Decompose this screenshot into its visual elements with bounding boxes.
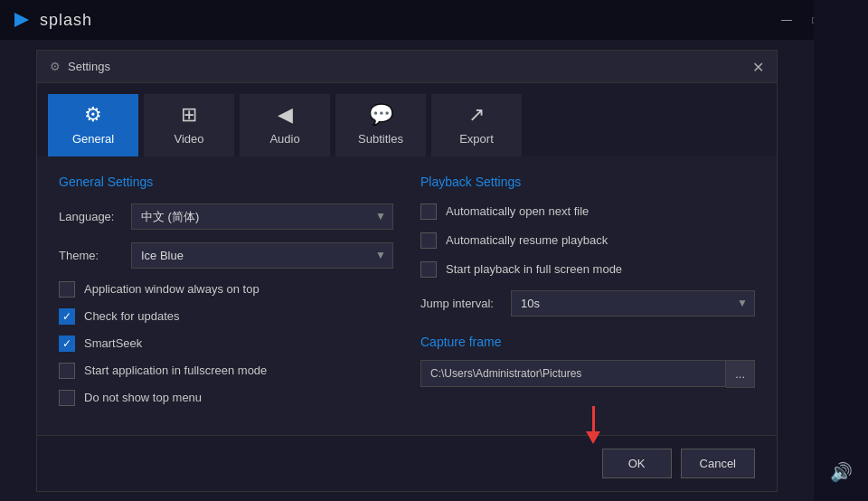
export-tab-label: Export bbox=[459, 132, 494, 146]
auto-resume-checkbox[interactable] bbox=[420, 232, 437, 249]
tab-export[interactable]: ↗ Export bbox=[431, 94, 522, 156]
jump-interval-select-wrapper: 10s 5s 15s 30s ▼ bbox=[511, 290, 755, 317]
fullscreen-playback-row: Start playback in full screen mode bbox=[420, 261, 755, 278]
dialog-header: ⚙ Settings ✕ bbox=[37, 51, 777, 83]
playback-settings-col: Playback Settings Automatically open nex… bbox=[420, 175, 755, 417]
playback-settings-title: Playback Settings bbox=[420, 175, 755, 189]
title-bar: splash — □ ✕ bbox=[0, 0, 868, 40]
right-panel: 🔊 bbox=[814, 0, 868, 501]
general-settings-col: General Settings Language: 中文 (简体) Engli… bbox=[59, 175, 393, 417]
svg-marker-0 bbox=[14, 13, 29, 27]
tab-bar: ⚙ General ⊞ Video ◀ Audio 💬 Subtitles ↗ … bbox=[37, 83, 777, 156]
language-select[interactable]: 中文 (简体) English bbox=[131, 203, 393, 230]
video-tab-label: Video bbox=[174, 132, 203, 146]
auto-next-label: Automatically open next file bbox=[446, 204, 589, 218]
smart-seek-checkbox[interactable] bbox=[59, 336, 75, 352]
ok-button[interactable]: OK bbox=[602, 449, 672, 478]
audio-tab-label: Audio bbox=[269, 132, 299, 146]
checkbox-smart-seek[interactable]: SmartSeek bbox=[59, 336, 393, 352]
settings-dialog: ⚙ Settings ✕ ⚙ General ⊞ Video ◀ Audio 💬… bbox=[36, 50, 778, 492]
jump-interval-select[interactable]: 10s 5s 15s 30s bbox=[511, 290, 755, 317]
language-select-wrapper: 中文 (简体) English ▼ bbox=[131, 203, 393, 230]
arrow-head-icon bbox=[586, 431, 600, 444]
always-on-top-checkbox[interactable] bbox=[59, 281, 75, 298]
theme-select[interactable]: Ice Blue Dark bbox=[131, 242, 393, 269]
auto-next-checkbox[interactable] bbox=[420, 203, 437, 220]
no-top-menu-checkbox[interactable] bbox=[59, 390, 75, 406]
smart-seek-label: SmartSeek bbox=[84, 336, 142, 350]
dialog-body: General Settings Language: 中文 (简体) Engli… bbox=[37, 156, 777, 435]
jump-interval-row: Jump interval: 10s 5s 15s 30s ▼ bbox=[420, 290, 755, 317]
fullscreen-playback-label: Start playback in full screen mode bbox=[446, 262, 622, 276]
capture-path-row: ... bbox=[420, 360, 755, 388]
language-label: Language: bbox=[59, 210, 122, 223]
auto-next-row: Automatically open next file bbox=[420, 203, 755, 220]
dialog-footer: OK Cancel bbox=[37, 435, 777, 491]
theme-row: Theme: Ice Blue Dark ▼ bbox=[59, 242, 393, 269]
minimize-button[interactable]: — bbox=[774, 11, 799, 29]
app-logo-icon bbox=[11, 9, 33, 31]
tab-video[interactable]: ⊞ Video bbox=[144, 94, 234, 156]
ok-arrow-indicator bbox=[586, 406, 600, 444]
general-settings-title: General Settings bbox=[59, 175, 393, 189]
subtitles-tab-label: Subtitles bbox=[358, 132, 403, 146]
check-updates-checkbox[interactable] bbox=[59, 308, 75, 325]
tab-audio[interactable]: ◀ Audio bbox=[240, 94, 330, 156]
checkbox-fullscreen-start[interactable]: Start application in fullscreen mode bbox=[59, 363, 393, 379]
dialog-close-button[interactable]: ✕ bbox=[748, 58, 768, 78]
fullscreen-start-label: Start application in fullscreen mode bbox=[84, 364, 267, 377]
fullscreen-playback-checkbox[interactable] bbox=[420, 261, 437, 278]
video-tab-icon: ⊞ bbox=[181, 103, 197, 127]
main-area: ⚙ Settings ✕ ⚙ General ⊞ Video ◀ Audio 💬… bbox=[0, 40, 814, 501]
capture-frame-title: Capture frame bbox=[420, 335, 755, 349]
language-row: Language: 中文 (简体) English ▼ bbox=[59, 203, 393, 230]
arrow-shaft bbox=[592, 406, 595, 431]
auto-resume-row: Automatically resume playback bbox=[420, 232, 755, 249]
fullscreen-start-checkbox[interactable] bbox=[59, 363, 75, 379]
jump-interval-label: Jump interval: bbox=[420, 297, 502, 310]
settings-gear-icon: ⚙ bbox=[50, 60, 61, 73]
title-bar-left: splash bbox=[11, 9, 92, 31]
subtitles-tab-icon: 💬 bbox=[369, 103, 393, 127]
theme-label: Theme: bbox=[59, 249, 122, 262]
audio-tab-icon: ◀ bbox=[278, 103, 293, 127]
general-tab-label: General bbox=[72, 132, 114, 146]
no-top-menu-label: Do not show top menu bbox=[84, 391, 202, 404]
cancel-button[interactable]: Cancel bbox=[681, 449, 755, 478]
checkbox-no-top-menu[interactable]: Do not show top menu bbox=[59, 390, 393, 406]
general-tab-icon: ⚙ bbox=[84, 103, 102, 127]
theme-select-wrapper: Ice Blue Dark ▼ bbox=[131, 242, 393, 269]
checkbox-always-on-top[interactable]: Application window always on top bbox=[59, 281, 393, 298]
volume-icon: 🔊 bbox=[830, 461, 853, 483]
tab-subtitles[interactable]: 💬 Subtitles bbox=[335, 94, 426, 156]
always-on-top-label: Application window always on top bbox=[84, 282, 259, 296]
dialog-title: Settings bbox=[68, 60, 110, 73]
auto-resume-label: Automatically resume playback bbox=[446, 233, 608, 247]
app-name: splash bbox=[40, 11, 92, 30]
check-updates-label: Check for updates bbox=[84, 309, 180, 323]
capture-browse-button[interactable]: ... bbox=[726, 360, 755, 388]
export-tab-icon: ↗ bbox=[468, 103, 485, 127]
checkbox-check-updates[interactable]: Check for updates bbox=[59, 308, 393, 325]
tab-general[interactable]: ⚙ General bbox=[48, 94, 138, 156]
capture-path-input[interactable] bbox=[420, 360, 726, 387]
